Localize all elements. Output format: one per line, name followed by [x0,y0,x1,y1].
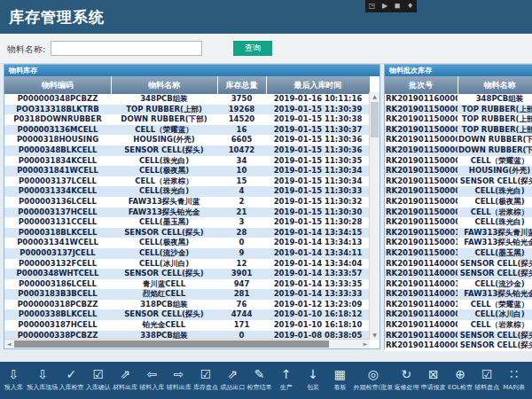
table-row[interactable]: RK2019011500011FAW313探头铂光金 [385,238,532,248]
table-row[interactable]: RK2019011500006CELL(极夜黑) [385,197,532,207]
table-row[interactable]: RK2019011600001348PCB组装 [385,94,532,105]
table-row[interactable]: RK2019011500005SENSOR CELL(探头) [385,176,532,187]
table-cell: 2019-01-15 11:30:34 [266,166,370,176]
toolbar-item-eol-check[interactable]: ⊕EOL检查 [447,364,473,392]
toolbar-item-inbound-check[interactable]: ✓入库检查 [58,364,84,392]
toolbar-item-check-result[interactable]: ✎检查结果 [246,364,272,392]
table-row[interactable]: RK2019011500008CELL（岩浆棕） [385,207,532,218]
toolbar-item-product[interactable]: ○产品 [528,364,532,392]
toolbar-item-kanban[interactable]: ▦看板 [326,364,353,392]
table-row[interactable]: RK2019011400007CELL(冰川白) [385,309,532,320]
table-cell: 青川蓝CELL [111,279,217,290]
scroll-down-icon[interactable]: ▼ [370,331,379,340]
table-row[interactable]: RK2019011500001TOP RUBBER(上部) [385,114,532,125]
table-row[interactable]: P000003132FCELLCELL(冰川白)122019-01-14 13:… [4,259,370,270]
table-cell: CELL(冰川白) [111,259,217,270]
toolbar-item-inventory-count[interactable]: ☑库存盘点 [192,364,219,392]
table-row[interactable]: RK2019011500004CELL（荣耀蓝） [385,156,532,167]
toolbar-item-scrap-request[interactable]: ⊠申请报废 [420,364,447,392]
table-row[interactable]: P000031341WCELLCELL(极夜黑)02019-01-14 13:3… [4,238,370,248]
table-row[interactable]: P000003136LCELLFAW313探头青川蓝22019-01-15 11… [4,197,370,207]
toolbar-item-aux-inbound[interactable]: ⇦辅料入库 [138,364,165,392]
table-row[interactable]: P000031834KCELLCELL(珠光白)342019-01-15 11:… [4,156,370,167]
table-row[interactable]: P000000348PCBZZ348PCB组装37502019-01-16 10… [4,94,370,105]
table-row[interactable]: RK2019011400009SENSOR CELL(探头) [385,259,532,270]
play-icon[interactable]: ▶ [382,3,387,10]
table-header-row: 物料编码物料名称库存总量最后入库时间 [4,76,370,94]
screenshot-icon[interactable]: ◳ [369,3,376,10]
table-row[interactable]: RK2019011500012CELL(墨玉黑) [385,248,532,259]
table-row[interactable]: RK2019011500002DOWN RUBBER(下部) [385,135,532,145]
table-row[interactable]: P0000348WHTCELLSENSOR CELL(探头)39012019-0… [4,269,370,279]
toolbar-item-visual-inspection[interactable]: ◎外观检查(批量 [354,364,394,392]
toolbar-item-pre-inbound[interactable]: ⇩预入库 [0,364,27,392]
table-row[interactable]: RK2019011500001TOP RUBBER(上部) [385,125,532,136]
toolbar-item-pre-inbound-site[interactable]: ⇩预入库现场 [27,364,58,392]
table-row[interactable]: P0000318HOUSINGHOUSING(外壳)66052019-01-15… [4,135,370,145]
table-row[interactable]: P0003183B3BCELL烈焰红CELL2812019-01-14 13:3… [4,289,370,300]
toolbar-item-aux-outbound[interactable]: ⇨辅料出库 [165,364,192,392]
table-row[interactable]: RK2019011400004SENSOR CELL(探头) [385,331,532,341]
scroll-left-icon[interactable]: ◄ [4,340,13,348]
table-row[interactable]: P000003131CCELLCELL(墨玉黑)32019-01-15 11:3… [4,217,370,228]
table-cell: P0000318HOUSING [4,135,111,145]
table-row[interactable]: RK2019011400012FAW313探头铂光金 [385,289,532,300]
table-row[interactable]: P0318DOWNRUBBERDOWN RUBBER(下部)145202019-… [4,114,370,125]
toolbar-item-ma-list[interactable]: ∷MA列表 [500,364,527,392]
table-row[interactable]: P000003136MCELLCELL（荣耀蓝）162019-01-15 11:… [4,125,370,136]
table-row[interactable]: P0000318BLKCELLSENSOR CELL(探头)282019-01-… [4,228,370,239]
query-button[interactable]: 查询 [233,41,272,56]
table-row[interactable]: P000003187HCELL铂光金CELL1712019-01-10 16:1… [4,320,370,331]
table-row[interactable]: RK2019011500001TOP RUBBER(上部) [385,105,532,115]
table-row[interactable]: P000031841WCELLCELL(极夜黑)102019-01-15 11:… [4,166,370,176]
table-cell: 2019-01-14 13:33:57 [266,269,370,279]
table-row[interactable]: RK2019011400005CELL（岩浆棕） [385,320,532,331]
table-row[interactable]: RK2019011400013CELL（荣耀蓝） [385,300,532,310]
table-row[interactable]: RK2019011400009SENSOR CELL(探头) [385,269,532,279]
table-row[interactable]: RK2019011500009CELL(珠光白) [385,217,532,228]
table-row[interactable]: RK2019011500003HOUSING(外壳) [385,166,532,176]
toolbar-item-production[interactable]: ↑生产 [273,364,300,392]
toolbar-item-packaging[interactable]: ↓包装 [300,364,326,392]
table-cell: 2019-01-10 16:18:10 [266,320,370,331]
horizontal-scrollbar[interactable]: ◄ ► [4,339,370,348]
table-cell: CELL（荣耀蓝） [111,125,217,136]
table-cell: RK2019011500002 [385,145,458,156]
toolbar-item-aux-count[interactable]: ☑辅料盘点 [473,364,500,392]
toolbar-item-product-export[interactable]: ⇗成品出口 [219,364,246,392]
table-row[interactable]: RK2019011500010FAW313探头青川蓝 [385,228,532,239]
table-row[interactable]: P000000318PCBZZ318PCB组装762019-01-12 13:2… [4,300,370,310]
table-cell: FAW313探头青川蓝 [458,228,532,239]
column-header: 批次号 [385,76,458,94]
vertical-scroll-thumb[interactable] [371,102,379,137]
material-name-input[interactable] [51,41,202,56]
sound-icon[interactable]: ♦ [407,3,413,10]
table-row[interactable]: POO313318BLKTRBTOP RUBBER(上部)192682019-0… [4,105,370,115]
toolbar-item-rework[interactable]: ↻返修处理 [393,364,419,392]
bottom-toolbar: ⇩预入库⇩预入库现场✓入库检查☑入库确认⇗材料出库⇦辅料入库⇨辅料出库☑库存盘点… [0,362,532,399]
table-row[interactable]: RK2019011500007CELL(珠光白) [385,186,532,197]
table-row[interactable]: P000003186LCELL青川蓝CELL9472019-01-14 13:3… [4,279,370,290]
screen-recorder-panel: ◳▶◼♦ [365,0,417,12]
table-row[interactable]: P0000348BLKCELLSENSOR CELL(探头)104722019-… [4,145,370,156]
vertical-scrollbar[interactable]: ▲ ▼ [369,92,379,340]
table-row[interactable]: P000031334KCELLCELL(珠光白)42019-01-15 11:3… [4,186,370,197]
stop-icon[interactable]: ◼ [395,3,401,10]
table-row[interactable]: P000003137HCELLFAW313探头铂光金212019-01-15 1… [4,207,370,218]
table-cell: P000003137HCELL [4,207,111,218]
table-row[interactable]: RK2019011400011CELL(流沙金) [385,279,532,290]
toolbar-item-material-outbound[interactable]: ⇗材料出库 [112,364,138,392]
table-row[interactable]: RK2019011400004SENSOR CELL(探头) [385,340,532,351]
scroll-up-icon[interactable]: ▲ [370,92,379,101]
table-cell: 烈焰红CELL [111,289,217,300]
horizontal-scroll-thumb[interactable] [14,340,329,348]
scroll-right-icon[interactable]: ► [361,340,370,348]
circle-down-arrow-icon: ↓ [300,364,326,384]
table-row[interactable]: P000003137LCELLCELL（岩浆棕）152019-01-15 11:… [4,176,370,187]
table-cell: CELL(极夜黑) [111,166,217,176]
table-row[interactable]: P000003137JCELLCELL(流沙金)92019-01-14 13:3… [4,248,370,259]
table-row[interactable]: RK2019011500002DOWN RUBBER(下部) [385,145,532,156]
toolbar-item-inbound-confirm[interactable]: ☑入库确认 [85,364,112,392]
table-row[interactable]: P0000338BLKCELLSENSOR CELL(探头)47442019-0… [4,309,370,320]
material-inventory-table: 物料编码物料名称库存总量最后入库时间 P000000348PCBZZ348PCB… [4,76,371,340]
